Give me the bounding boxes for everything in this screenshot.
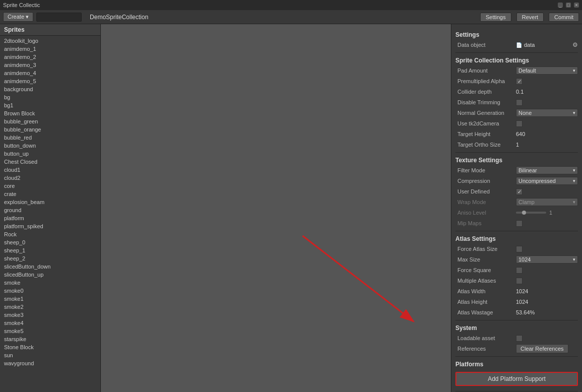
- sprite-list-item[interactable]: bg1: [0, 101, 100, 109]
- sprite-list-item[interactable]: animdemo_3: [0, 61, 100, 69]
- settings-button[interactable]: Settings: [480, 13, 511, 22]
- sprite-list-item[interactable]: smoke5: [0, 327, 100, 335]
- sprite-list-item[interactable]: animdemo_4: [0, 69, 100, 77]
- data-object-settings-icon[interactable]: ⚙: [572, 41, 578, 48]
- sprite-list-item[interactable]: bubble_red: [0, 134, 100, 142]
- canvas-area: [101, 24, 451, 392]
- mip-maps-checkbox[interactable]: [516, 220, 522, 227]
- filter-mode-dropdown[interactable]: Bilinear: [516, 166, 578, 174]
- multiple-atlases-row: Multiple Atlases: [455, 276, 578, 285]
- aniso-level-value: 1: [549, 210, 552, 216]
- add-platform-support-button[interactable]: Add Platform Support: [455, 372, 578, 386]
- sprite-list-item[interactable]: 2dtoolkit_logo: [0, 37, 100, 45]
- sprite-list-item[interactable]: slicedButton_up: [0, 271, 100, 279]
- use-tk2dcamera-label: Use tk2dCamera: [455, 120, 516, 126]
- sprite-list-item[interactable]: cloud2: [0, 174, 100, 182]
- wrap-mode-dropdown[interactable]: Clamp: [516, 198, 578, 206]
- minimize-button[interactable]: _: [558, 3, 563, 8]
- sprite-list-item[interactable]: smoke4: [0, 319, 100, 327]
- references-label: References: [455, 346, 516, 352]
- atlas-height-row: Atlas Height 1024: [455, 297, 578, 306]
- sprite-list-item[interactable]: Brown Block: [0, 109, 100, 117]
- sprite-list-item[interactable]: animdemo_2: [0, 53, 100, 61]
- max-size-value: 1024: [518, 256, 531, 263]
- normal-generation-row: Normal Generation None: [455, 108, 578, 117]
- clear-references-button[interactable]: Clear References: [516, 344, 568, 353]
- sprite-list-item[interactable]: button_up: [0, 150, 100, 158]
- premultiplied-alpha-checkbox[interactable]: [516, 78, 522, 85]
- aniso-level-slider[interactable]: [516, 212, 546, 214]
- create-button[interactable]: Create ▾: [3, 12, 33, 22]
- arrow-svg: [101, 24, 451, 392]
- disable-trimming-row: Disable Trimming: [455, 98, 578, 107]
- sprite-list-item[interactable]: slicedButton_down: [0, 263, 100, 271]
- sprite-list-item[interactable]: starspike: [0, 335, 100, 343]
- sprite-list-item[interactable]: sheep_0: [0, 238, 100, 246]
- sprite-list-item[interactable]: sheep_1: [0, 246, 100, 254]
- disable-trimming-checkbox[interactable]: [516, 99, 522, 106]
- target-height-row: Target Height 640: [455, 129, 578, 139]
- sprite-list-item[interactable]: ground: [0, 206, 100, 214]
- wrap-mode-label: Wrap Mode: [455, 199, 516, 205]
- sprite-list-item[interactable]: smoke3: [0, 311, 100, 319]
- use-tk2dcamera-checkbox[interactable]: [516, 120, 522, 127]
- sprite-list-item[interactable]: smoke: [0, 279, 100, 287]
- force-atlas-size-checkbox[interactable]: [516, 246, 522, 252]
- sprite-list-item[interactable]: smoke1: [0, 295, 100, 303]
- max-size-dropdown[interactable]: 1024: [516, 255, 578, 264]
- sprite-list-item[interactable]: platform: [0, 214, 100, 222]
- tab-name: DemoSpriteCollection: [90, 14, 148, 21]
- loadable-asset-checkbox[interactable]: [516, 335, 522, 342]
- revert-button[interactable]: Revert: [516, 13, 544, 22]
- sprite-list-item[interactable]: Chest Closed: [0, 158, 100, 166]
- sprite-list-item[interactable]: explosion_beam: [0, 198, 100, 206]
- sprite-list-item[interactable]: smoke0: [0, 287, 100, 295]
- sprite-list-item[interactable]: sheep_2: [0, 254, 100, 263]
- data-object-label: Data object: [455, 42, 516, 48]
- sprite-list-item[interactable]: button_down: [0, 142, 100, 150]
- force-square-checkbox[interactable]: [516, 267, 522, 274]
- sprite-list-item[interactable]: platform_spiked: [0, 222, 100, 230]
- compression-dropdown[interactable]: Uncompressed: [516, 177, 578, 185]
- normal-generation-dropdown[interactable]: None: [516, 109, 578, 117]
- compression-label: Compression: [455, 178, 516, 184]
- loadable-asset-label: Loadable asset: [455, 335, 516, 341]
- sprite-list-item[interactable]: cloud1: [0, 166, 100, 174]
- commit-button[interactable]: Commit: [549, 13, 579, 22]
- sprite-list-item[interactable]: smoke2: [0, 303, 100, 311]
- disable-trimming-label: Disable Trimming: [455, 99, 516, 105]
- maximize-button[interactable]: □: [566, 3, 571, 8]
- pad-amount-dropdown[interactable]: Default: [516, 67, 578, 75]
- sprite-list-item[interactable]: crate: [0, 190, 100, 198]
- multiple-atlases-checkbox[interactable]: [516, 278, 522, 284]
- premultiplied-alpha-label: Premultiplied Alpha: [455, 78, 516, 84]
- sprite-list-item[interactable]: bubble_orange: [0, 125, 100, 134]
- sprite-list-item[interactable]: animdemo_5: [0, 77, 100, 85]
- toolbar: Create ▾ DemoSpriteCollection Settings R…: [0, 10, 582, 24]
- target-ortho-size-value: 1: [516, 142, 578, 148]
- sprite-list-item[interactable]: wavyground: [0, 359, 100, 367]
- divider-4: [455, 320, 578, 320]
- sprite-list-item[interactable]: Stone Block: [0, 343, 100, 351]
- sprite-list-item[interactable]: sun: [0, 351, 100, 359]
- close-button[interactable]: ×: [574, 3, 579, 8]
- sprite-list-item[interactable]: animdemo_1: [0, 45, 100, 53]
- loadable-asset-row: Loadable asset: [455, 334, 578, 343]
- sprite-list-item[interactable]: bubble_green: [0, 117, 100, 125]
- texture-settings-title: Texture Settings: [455, 157, 578, 164]
- sprite-list-item[interactable]: bg: [0, 93, 100, 101]
- sprite-list[interactable]: 2dtoolkit_logoanimdemo_1animdemo_2animde…: [0, 36, 100, 392]
- sprite-list-item[interactable]: background: [0, 85, 100, 93]
- sprite-list-item[interactable]: core: [0, 182, 100, 190]
- collider-depth-value: 0.1: [516, 89, 578, 95]
- filter-mode-label: Filter Mode: [455, 167, 516, 173]
- atlas-wastage-value: 53.64%: [516, 309, 578, 315]
- atlas-height-value: 1024: [516, 299, 578, 305]
- force-atlas-size-label: Force Atlas Size: [455, 246, 516, 252]
- search-input[interactable]: [36, 13, 82, 22]
- main-layout: Sprites 2dtoolkit_logoanimdemo_1animdemo…: [0, 24, 582, 392]
- divider-1: [455, 52, 578, 53]
- user-defined-checkbox[interactable]: [516, 188, 522, 195]
- sprite-list-item[interactable]: Rock: [0, 230, 100, 238]
- mip-maps-row: Mip Maps: [455, 219, 578, 228]
